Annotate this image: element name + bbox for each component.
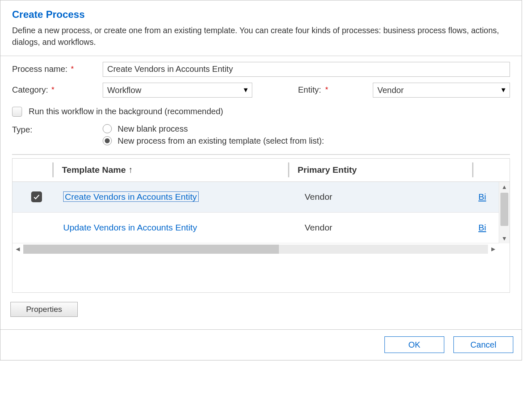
radio-checked-icon [105, 138, 110, 143]
properties-button[interactable]: Properties [10, 302, 78, 317]
entity-label: Entity: * [298, 85, 373, 95]
row-name-cell: Update Vendors in Accounts Entity [52, 223, 298, 233]
ok-button[interactable]: OK [384, 336, 444, 353]
dialog-footer: OK Cancel [0, 329, 522, 360]
table-body: Create Vendors in Accounts Entity Vendor… [12, 182, 510, 243]
row-name-cell: Create Vendors in Accounts Entity [52, 192, 298, 202]
scroll-track[interactable] [23, 245, 488, 254]
header-separator-icon [472, 162, 473, 177]
table-row[interactable]: Update Vendors in Accounts Entity Vendor… [12, 213, 510, 243]
category-entity-row: Category: * Workflow ▼ Entity: * Vendor … [12, 83, 510, 98]
process-name-input[interactable] [103, 62, 510, 77]
dialog-subtitle: Define a new process, or create one from… [12, 25, 510, 48]
spacer [0, 317, 522, 329]
vertical-scrollbar[interactable]: ▲ ▼ [499, 182, 510, 243]
type-template-label: New process from an existing template (s… [118, 136, 324, 146]
scroll-right-icon[interactable]: ► [488, 243, 499, 255]
col-template-name-label: Template Name [62, 165, 126, 175]
table-row[interactable]: Create Vendors in Accounts Entity Vendor… [12, 182, 510, 213]
template-name-link[interactable]: Update Vendors in Accounts Entity [63, 223, 197, 232]
background-checkbox-row: Run this workflow in the background (rec… [12, 107, 510, 117]
category-select[interactable]: Workflow [103, 83, 252, 98]
required-marker-icon: * [71, 65, 74, 74]
category-label: Category: * [12, 85, 103, 95]
type-blank-label: New blank process [118, 124, 188, 134]
type-template-radio[interactable] [103, 136, 112, 145]
type-radio-group: New blank process New process from an ex… [103, 124, 324, 146]
form-divider [12, 154, 510, 155]
type-blank-radio-item: New blank process [103, 124, 324, 134]
required-marker-icon: * [52, 86, 54, 94]
table-blank-area [12, 255, 510, 292]
scroll-up-icon[interactable]: ▲ [499, 182, 510, 192]
horizontal-scrollbar[interactable]: ◄ ► [12, 243, 499, 255]
row-entity-cell: Vendor [298, 192, 478, 202]
template-name-link[interactable]: Create Vendors in Accounts Entity [63, 191, 199, 202]
category-label-text: Category: [12, 85, 48, 95]
dialog-header: Create Process Define a new process, or … [0, 0, 522, 56]
form-area: Process name: * Category: * Workflow ▼ E… [0, 56, 522, 146]
horizontal-scrollbar-row: ◄ ► [12, 243, 510, 255]
row-checkbox[interactable] [31, 191, 42, 202]
cancel-button[interactable]: Cancel [453, 336, 513, 353]
background-checkbox[interactable] [12, 107, 22, 117]
col-template-name-header[interactable]: Template Name ↑ [54, 165, 288, 175]
scroll-thumb[interactable] [23, 245, 279, 254]
process-name-row: Process name: * [12, 62, 510, 77]
col-primary-entity-header[interactable]: Primary Entity [289, 165, 472, 175]
category-select-wrap: Workflow ▼ [103, 83, 252, 98]
scroll-down-icon[interactable]: ▼ [499, 233, 510, 243]
type-template-radio-item: New process from an existing template (s… [103, 136, 324, 146]
scroll-left-icon[interactable]: ◄ [12, 243, 23, 255]
dialog-title: Create Process [12, 9, 510, 20]
checkmark-icon [33, 193, 40, 201]
entity-label-text: Entity: [298, 85, 321, 95]
type-blank-radio[interactable] [103, 124, 112, 133]
background-checkbox-label: Run this workflow in the background (rec… [29, 107, 223, 116]
type-row: Type: New blank process New process from… [12, 124, 510, 146]
entity-select[interactable]: Vendor [373, 83, 510, 98]
row-entity-cell: Vendor [298, 223, 478, 233]
scroll-thumb[interactable] [500, 193, 508, 226]
template-table: Template Name ↑ Primary Entity Create Ve… [12, 158, 510, 293]
process-name-label-text: Process name: [12, 64, 67, 74]
process-name-label: Process name: * [12, 64, 103, 74]
type-label: Type: [12, 124, 103, 135]
entity-select-wrap: Vendor ▼ [373, 83, 510, 98]
table-header: Template Name ↑ Primary Entity [12, 159, 510, 182]
col-primary-entity-label: Primary Entity [298, 165, 357, 175]
required-marker-icon: * [325, 86, 328, 94]
sort-asc-icon: ↑ [128, 165, 133, 175]
create-process-dialog: Create Process Define a new process, or … [0, 0, 522, 360]
row-check-cell [12, 191, 52, 202]
